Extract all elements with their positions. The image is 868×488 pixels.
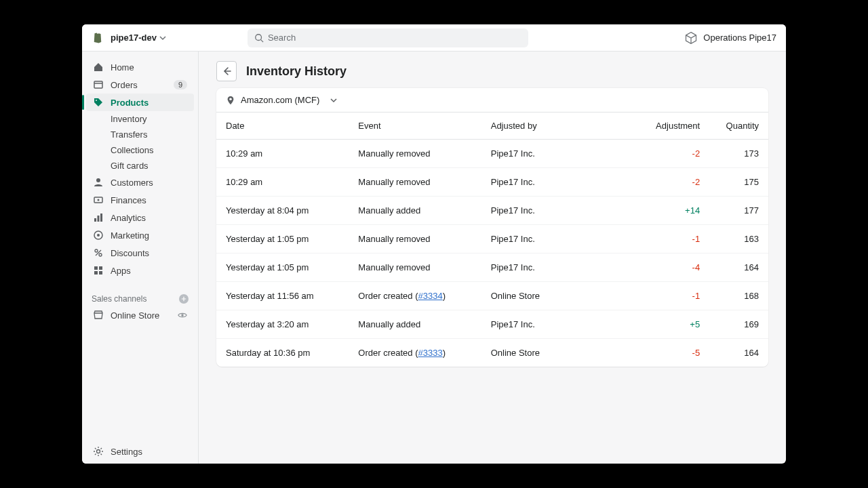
svg-point-5 xyxy=(96,178,100,182)
products-icon xyxy=(93,97,104,108)
back-button[interactable] xyxy=(216,61,237,81)
channel-online-store[interactable]: Online Store xyxy=(82,306,198,324)
orders-badge: 9 xyxy=(174,80,187,89)
sidebar-item-label: Apps xyxy=(111,266,131,276)
col-header-adjustment: Adjustment xyxy=(629,113,709,140)
cell-adjustment: -5 xyxy=(629,339,709,367)
col-header-adjusted-by: Adjusted by xyxy=(481,113,629,140)
svg-rect-18 xyxy=(94,271,98,274)
svg-point-12 xyxy=(97,234,100,237)
sidebar-subitem-collections[interactable]: Collections xyxy=(86,142,194,158)
analytics-icon xyxy=(93,212,104,223)
sidebar: Home Orders 9 Products Inventory Transfe… xyxy=(82,52,199,464)
cell-date: 10:29 am xyxy=(216,140,349,168)
cell-date: Yesterday at 3:20 am xyxy=(216,310,349,339)
cube-icon xyxy=(684,31,698,45)
sidebar-item-orders[interactable]: Orders 9 xyxy=(86,76,194,94)
cell-adjusted-by: Pipe17 Inc. xyxy=(481,140,629,168)
store-icon xyxy=(93,310,104,321)
add-channel-button[interactable] xyxy=(179,294,189,304)
shopify-logo-icon xyxy=(92,32,104,44)
location-selector[interactable]: Amazon.com (MCF) xyxy=(216,88,768,113)
provider-switcher[interactable]: Operations Pipe17 xyxy=(684,31,776,45)
col-header-event: Event xyxy=(349,113,481,140)
order-link[interactable]: #3333 xyxy=(418,348,443,358)
eye-icon[interactable] xyxy=(178,310,187,320)
svg-point-4 xyxy=(96,100,97,101)
cell-event: Manually removed xyxy=(349,140,481,168)
cell-quantity: 168 xyxy=(709,282,768,310)
cell-date: Yesterday at 8:04 pm xyxy=(216,197,349,225)
home-icon xyxy=(93,62,104,73)
store-switcher[interactable]: pipe17-dev xyxy=(111,33,166,43)
arrow-left-icon xyxy=(221,66,232,77)
inventory-history-card: Amazon.com (MCF) Date Event Adjusted by … xyxy=(216,88,768,367)
sidebar-item-marketing[interactable]: Marketing xyxy=(86,226,194,244)
sidebar-item-label: Marketing xyxy=(111,230,149,241)
svg-rect-10 xyxy=(100,214,102,222)
table-row: Yesterday at 8:04 pmManually addedPipe17… xyxy=(216,197,768,225)
sidebar-item-apps[interactable]: Apps xyxy=(86,262,194,279)
table-row: Yesterday at 1:05 pmManually removedPipe… xyxy=(216,225,768,253)
app-frame: pipe17-dev Search Operations Pipe17 Home… xyxy=(82,24,786,464)
cell-event: Manually added xyxy=(349,310,481,339)
sidebar-item-finances[interactable]: Finances xyxy=(86,191,194,209)
sidebar-item-label: Discounts xyxy=(111,248,149,258)
sidebar-subitem-inventory[interactable]: Inventory xyxy=(86,111,194,127)
cell-adjustment: -1 xyxy=(629,225,709,253)
finances-icon xyxy=(93,195,104,205)
search-input[interactable]: Search xyxy=(248,28,528,47)
svg-point-20 xyxy=(181,314,184,317)
sidebar-item-products[interactable]: Products xyxy=(86,94,194,111)
svg-point-0 xyxy=(256,34,262,40)
cell-adjusted-by: Pipe17 Inc. xyxy=(481,168,629,197)
cell-adjusted-by: Pipe17 Inc. xyxy=(481,225,629,253)
orders-icon xyxy=(93,79,104,90)
sidebar-item-analytics[interactable]: Analytics xyxy=(86,209,194,226)
sidebar-item-customers[interactable]: Customers xyxy=(86,174,194,191)
svg-rect-19 xyxy=(99,271,102,274)
svg-rect-2 xyxy=(94,81,102,88)
cell-event: Manually removed xyxy=(349,168,481,197)
search-icon xyxy=(254,33,264,43)
svg-line-15 xyxy=(96,250,101,256)
cell-event: Manually removed xyxy=(349,253,481,282)
sales-channels-header: Sales channels xyxy=(82,291,198,306)
sidebar-item-settings[interactable]: Settings xyxy=(82,439,198,464)
cell-adjustment: -4 xyxy=(629,253,709,282)
cell-date: Yesterday at 11:56 am xyxy=(216,282,349,310)
topbar: pipe17-dev Search Operations Pipe17 xyxy=(82,24,786,52)
sidebar-item-label: Home xyxy=(111,62,134,73)
cell-adjusted-by: Pipe17 Inc. xyxy=(481,253,629,282)
chevron-down-icon xyxy=(330,97,337,104)
channel-label: Online Store xyxy=(111,310,159,321)
sidebar-subitem-transfers[interactable]: Transfers xyxy=(86,127,194,142)
settings-label: Settings xyxy=(111,447,142,457)
apps-icon xyxy=(93,265,104,276)
svg-point-14 xyxy=(99,253,102,256)
cell-adjusted-by: Online Store xyxy=(481,339,629,367)
table-row: Saturday at 10:36 pmOrder created (#3333… xyxy=(216,339,768,367)
svg-point-13 xyxy=(95,249,98,252)
location-pin-icon xyxy=(226,96,235,105)
sidebar-subitem-giftcards[interactable]: Gift cards xyxy=(86,158,194,174)
sidebar-item-label: Finances xyxy=(111,195,146,205)
page-title: Inventory History xyxy=(246,64,347,79)
svg-rect-16 xyxy=(94,266,98,270)
customers-icon xyxy=(93,177,104,188)
order-link[interactable]: #3334 xyxy=(418,291,443,301)
cell-quantity: 164 xyxy=(709,253,768,282)
cell-adjusted-by: Pipe17 Inc. xyxy=(481,197,629,225)
cell-adjusted-by: Online Store xyxy=(481,282,629,310)
cell-quantity: 164 xyxy=(709,339,768,367)
sidebar-item-home[interactable]: Home xyxy=(86,58,194,76)
provider-label: Operations Pipe17 xyxy=(703,33,776,43)
cell-event: Order created (#3333) xyxy=(349,339,481,367)
discounts-icon xyxy=(93,247,104,258)
table-row: Yesterday at 11:56 amOrder created (#333… xyxy=(216,282,768,310)
sidebar-item-discounts[interactable]: Discounts xyxy=(86,244,194,262)
col-header-quantity: Quantity xyxy=(709,113,768,140)
marketing-icon xyxy=(93,230,104,241)
store-name: pipe17-dev xyxy=(111,33,157,43)
svg-line-1 xyxy=(261,39,264,42)
